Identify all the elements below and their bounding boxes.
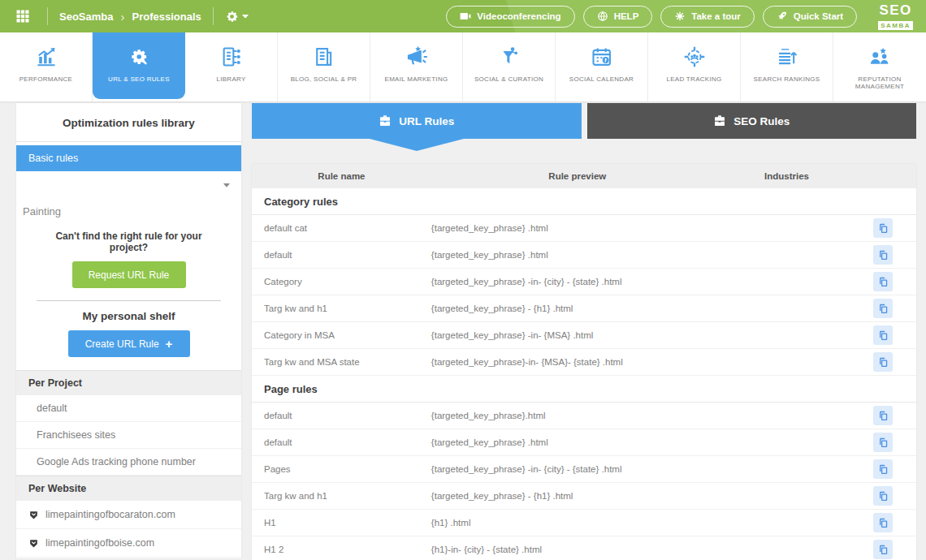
- rules-table: Rule name Rule preview Industries Catego…: [252, 164, 916, 560]
- library-icon: [219, 44, 244, 70]
- table-row[interactable]: Category in MSA {targeted_key_phrase} -i…: [252, 322, 916, 349]
- website-item[interactable]: limepaintingofboulder.com: [16, 558, 241, 558]
- filter-option-painting[interactable]: Painting: [16, 199, 241, 226]
- nav-tab[interactable]: LIBRARY: [185, 32, 278, 101]
- table-row[interactable]: Targ kw and MSA state {targeted_key_phra…: [252, 349, 916, 376]
- breadcrumb-app[interactable]: SeoSamba: [59, 11, 113, 23]
- rule-preview: {targeted_key_phrase} -in- {MSA} .html: [431, 330, 724, 340]
- copy-icon: [878, 491, 889, 502]
- briefcase-icon: [713, 114, 726, 127]
- project-rule-item[interactable]: default: [16, 395, 241, 422]
- rule-preview: {targeted_key_phrase} -in- {city} - {sta…: [431, 277, 724, 286]
- table-row[interactable]: H1 {h1} .html: [252, 510, 916, 536]
- copy-rule-button[interactable]: [873, 459, 893, 479]
- industry-filter-select[interactable]: [16, 171, 241, 199]
- nav-tab[interactable]: LEAD TRACKING: [648, 32, 741, 101]
- rule-preview: {targeted_key_phrase} .html: [431, 223, 724, 233]
- table-row[interactable]: Pages {targeted_key_phrase} -in- {city} …: [252, 456, 916, 483]
- create-url-rule-button[interactable]: Create URL Rule +: [68, 330, 190, 357]
- col-rule-name: Rule name: [252, 171, 431, 181]
- project-rule-item[interactable]: Franchisees sites: [16, 422, 241, 449]
- table-row[interactable]: Category rules: [252, 188, 916, 215]
- rule-name: H1: [252, 518, 431, 528]
- rocket-icon: [777, 11, 788, 22]
- divider: [213, 7, 214, 25]
- request-url-rule-button[interactable]: Request URL Rule: [72, 261, 186, 288]
- rule-preview: {targeted_key_phrase} - {h1} .html: [431, 304, 724, 313]
- nav-tab-label: PERFORMANCE: [19, 75, 73, 83]
- topbar-pill-button[interactable]: HELP: [583, 6, 653, 28]
- table-row[interactable]: Targ kw and h1 {targeted_key_phrase} - {…: [252, 295, 916, 322]
- nav-tab[interactable]: BLOG, SOCIAL & PR: [278, 32, 370, 101]
- settings-menu[interactable]: [225, 10, 249, 24]
- sidebar-title: Optimization rules library: [16, 103, 241, 142]
- per-project-list: default Franchisees sites Google Ads tra…: [16, 395, 241, 476]
- project-rule-item[interactable]: Google Ads tracking phone number: [16, 449, 241, 476]
- copy-rule-button[interactable]: [873, 352, 893, 372]
- rule-type-tabs: URL Rules SEO Rules: [252, 103, 916, 139]
- copy-rule-button[interactable]: [873, 433, 893, 452]
- per-website-list: limepaintingofbocaraton.com limepainting…: [16, 501, 241, 558]
- grid-icon[interactable]: [15, 8, 31, 24]
- nav-tab[interactable]: EMAIL MARKETING: [370, 32, 463, 101]
- nav-tab[interactable]: PERFORMANCE: [0, 32, 93, 101]
- copy-rule-button[interactable]: [873, 218, 893, 238]
- divider: [47, 7, 48, 25]
- website-item[interactable]: limepaintingofboise.com: [16, 529, 241, 558]
- topbar-pill-button[interactable]: Quick Start: [763, 6, 857, 28]
- copy-rule-button[interactable]: [873, 540, 893, 559]
- table-row[interactable]: Targ kw and h1 {targeted_key_phrase} - {…: [252, 483, 916, 510]
- rule-name: Pages: [252, 464, 431, 474]
- rule-name: Category in MSA: [252, 330, 431, 340]
- nav-tab-label: LIBRARY: [216, 75, 245, 83]
- copy-rule-button[interactable]: [873, 299, 893, 318]
- copy-rule-button[interactable]: [873, 325, 893, 345]
- website-item[interactable]: limepaintingofbocaraton.com: [16, 501, 241, 529]
- table-row[interactable]: default cat {targeted_key_phrase} .html: [252, 215, 916, 242]
- rule-preview: {targeted_key_phrase}.html: [431, 411, 724, 420]
- nav-tab[interactable]: SOCIAL & CURATION: [463, 32, 556, 101]
- nav-tab-label: LEAD TRACKING: [666, 75, 721, 83]
- tour-star-icon: [674, 11, 686, 22]
- table-row[interactable]: default {targeted_key_phrase} .html: [252, 242, 916, 269]
- basic-rules-item[interactable]: Basic rules: [16, 145, 241, 171]
- table-row[interactable]: H1 2 {h1}-in- {city} - {state} .html: [252, 536, 916, 560]
- copy-icon: [878, 437, 889, 448]
- nav-tab[interactable]: URL & SEO RULES: [93, 32, 185, 99]
- table-row[interactable]: Page rules: [252, 376, 916, 403]
- url-rules-tab[interactable]: URL Rules: [252, 103, 582, 139]
- nav-tab-label: EMAIL MARKETING: [385, 75, 448, 83]
- rule-preview: {targeted_key_phrase} -in- {city} - {sta…: [431, 464, 724, 474]
- seo-rules-tab[interactable]: SEO Rules: [587, 103, 917, 139]
- personal-shelf-title: My personal shelf: [16, 310, 241, 322]
- rule-preview: {targeted_key_phrase} - {h1} .html: [431, 491, 724, 501]
- breadcrumb-section[interactable]: Professionals: [132, 11, 201, 23]
- copy-rule-button[interactable]: [873, 486, 893, 506]
- copy-rule-button[interactable]: [873, 406, 893, 425]
- copy-rule-button[interactable]: [873, 513, 893, 532]
- table-row[interactable]: default {targeted_key_phrase} .html: [252, 429, 916, 456]
- nav-tab-label: SOCIAL & CURATION: [474, 75, 543, 83]
- table-row[interactable]: default {targeted_key_phrase}.html: [252, 403, 916, 429]
- blog-icon: [312, 44, 336, 70]
- rule-name: Page rules: [252, 383, 318, 395]
- topbar-pill-button[interactable]: Take a tour: [660, 6, 755, 28]
- rule-name: H1 2: [252, 545, 431, 554]
- copy-rule-button[interactable]: [873, 272, 893, 291]
- per-project-header: Per Project: [16, 370, 241, 395]
- rules-library-sidebar: Optimization rules library Basic rules P…: [16, 103, 241, 558]
- seosamba-logo: SEO SAMBA: [878, 3, 913, 30]
- topbar-buttons: Videoconferencing HELP Take a tour Quick…: [446, 6, 857, 28]
- nav-tab[interactable]: REPUTATION MANAGEMENT: [833, 32, 926, 101]
- chevron-right-icon: ›: [120, 10, 124, 24]
- copy-icon: [878, 357, 889, 368]
- copy-rule-button[interactable]: [873, 245, 893, 265]
- nav-tab[interactable]: SOCIAL CALENDAR: [556, 32, 648, 101]
- rule-name: default: [252, 411, 431, 420]
- site-favicon-icon: [28, 538, 39, 549]
- table-row[interactable]: Category {targeted_key_phrase} -in- {cit…: [252, 269, 916, 295]
- website-domain: limepaintingofbocaraton.com: [45, 509, 175, 520]
- divider: [37, 300, 221, 301]
- topbar-pill-button[interactable]: Videoconferencing: [446, 6, 574, 28]
- nav-tab[interactable]: SEARCH RANKINGS: [741, 32, 833, 101]
